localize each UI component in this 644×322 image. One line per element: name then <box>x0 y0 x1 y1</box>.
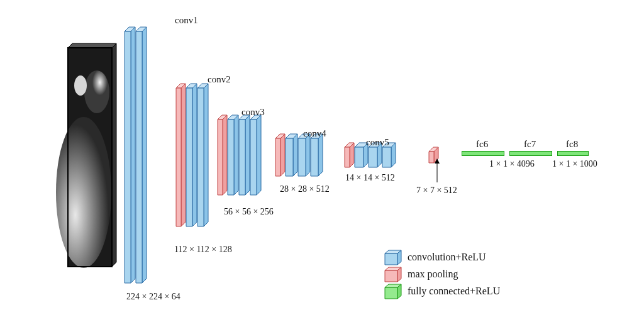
conv5-dim: 14 × 14 × 512 <box>345 173 395 183</box>
svg-marker-18 <box>186 88 192 226</box>
svg-point-4 <box>84 70 109 113</box>
svg-marker-23 <box>223 115 227 195</box>
svg-marker-33 <box>250 119 257 195</box>
svg-marker-60 <box>429 152 434 163</box>
conv3-label: conv3 <box>242 107 265 118</box>
svg-marker-42 <box>298 138 306 176</box>
svg-marker-12 <box>136 31 142 283</box>
svg-marker-44 <box>318 134 323 176</box>
architecture-diagram: conv1 conv2 conv3 conv4 conv5 fc6 fc7 fc… <box>0 0 644 322</box>
fc67-dim: 1 × 1 × 4096 <box>489 159 535 169</box>
fc7-label: fc7 <box>524 139 536 150</box>
svg-marker-39 <box>286 138 293 176</box>
conv3-dim: 56 × 56 × 256 <box>224 207 274 217</box>
svg-marker-36 <box>275 138 280 176</box>
svg-marker-11 <box>142 27 147 283</box>
legend-conv: convolution+ReLU <box>408 252 486 263</box>
svg-marker-24 <box>218 119 223 195</box>
fc8-label: fc8 <box>566 139 578 150</box>
svg-marker-56 <box>391 143 396 167</box>
svg-marker-9 <box>125 31 131 283</box>
svg-marker-48 <box>345 147 350 167</box>
svg-marker-17 <box>192 84 197 226</box>
svg-marker-57 <box>382 147 391 167</box>
svg-marker-8 <box>131 27 135 283</box>
svg-marker-51 <box>355 147 364 167</box>
svg-marker-0 <box>68 43 116 48</box>
conv4-dim: 28 × 28 × 512 <box>280 184 330 194</box>
input-image-panel <box>56 43 116 268</box>
fc6-bar <box>462 151 504 156</box>
conv2-label: conv2 <box>208 74 231 85</box>
svg-marker-54 <box>369 147 377 167</box>
svg-point-3 <box>56 117 111 268</box>
svg-marker-21 <box>197 88 204 226</box>
fc8-bar <box>557 151 589 156</box>
fc7-bar <box>509 151 552 156</box>
svg-marker-45 <box>311 138 318 176</box>
pool5-dim: 7 × 7 × 512 <box>416 186 457 196</box>
blocks-canvas <box>0 0 644 322</box>
fc6-label: fc6 <box>476 139 488 150</box>
conv4-label: conv4 <box>303 128 326 139</box>
conv1-label: conv1 <box>175 15 198 26</box>
svg-marker-35 <box>280 134 285 176</box>
svg-marker-27 <box>228 119 234 195</box>
svg-marker-26 <box>234 115 238 195</box>
svg-marker-15 <box>176 88 181 226</box>
legend-pool: max pooling <box>408 269 458 280</box>
svg-marker-1 <box>112 43 116 267</box>
svg-marker-47 <box>350 143 354 167</box>
legend-fc: fully connected+ReLU <box>408 286 500 297</box>
svg-marker-29 <box>245 115 250 195</box>
fc8-dim: 1 × 1 × 1000 <box>552 159 597 169</box>
svg-marker-32 <box>257 115 261 195</box>
svg-point-5 <box>74 75 87 96</box>
svg-marker-38 <box>293 134 297 176</box>
conv1-dim: 224 × 224 × 64 <box>126 292 180 302</box>
conv5-label: conv5 <box>366 137 389 148</box>
svg-marker-41 <box>306 134 310 176</box>
svg-marker-20 <box>204 84 208 226</box>
svg-marker-30 <box>239 119 245 195</box>
svg-marker-14 <box>181 84 186 226</box>
conv2-dim: 112 × 112 × 128 <box>174 245 232 255</box>
